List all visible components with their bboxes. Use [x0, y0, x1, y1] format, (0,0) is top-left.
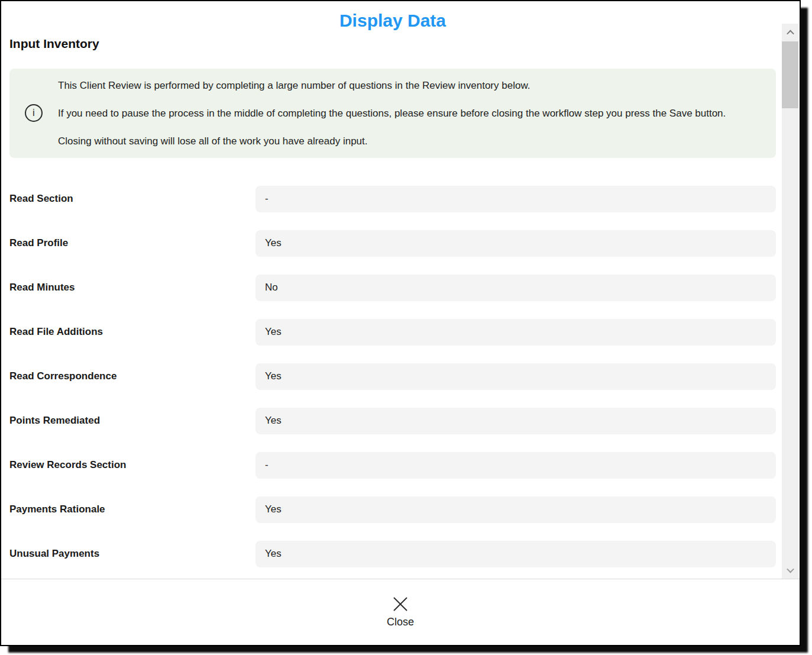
field-value: Yes — [255, 408, 776, 434]
field-row: Unusual Payments Yes — [9, 541, 776, 567]
field-value: - — [255, 186, 776, 212]
chevron-down-icon — [787, 565, 794, 573]
field-label: Unusual Payments — [9, 548, 255, 560]
field-row: Read Section - — [9, 186, 776, 212]
field-value: Yes — [255, 363, 776, 390]
field-list: Read Section - Read Profile Yes Read Min… — [9, 186, 776, 567]
field-value: Yes — [255, 230, 776, 257]
field-row: Read Profile Yes — [9, 230, 776, 257]
field-value: - — [255, 452, 776, 479]
modal-content: Display Data Input Inventory i This Clie… — [1, 9, 784, 567]
vertical-scrollbar[interactable] — [782, 24, 798, 579]
field-row: Payments Rationale Yes — [9, 496, 776, 523]
modal-scroll-area: Display Data Input Inventory i This Clie… — [1, 1, 800, 579]
scroll-up-button[interactable] — [782, 24, 798, 41]
field-label: Read Profile — [9, 237, 255, 249]
field-value: Yes — [255, 319, 776, 346]
info-callout: i This Client Review is performed by com… — [9, 69, 776, 158]
info-paragraph: If you need to pause the process in the … — [58, 107, 762, 120]
info-paragraph: Closing without saving will lose all of … — [58, 134, 762, 148]
field-label: Read Correspondence — [9, 370, 255, 382]
info-paragraph: This Client Review is performed by compl… — [58, 79, 762, 92]
page-title: Display Data — [9, 9, 776, 32]
close-button[interactable]: Close — [381, 593, 420, 631]
field-label: Read Minutes — [9, 282, 255, 293]
scroll-down-button[interactable] — [782, 561, 798, 579]
field-label: Read File Additions — [9, 326, 255, 338]
field-row: Review Records Section - — [9, 452, 776, 479]
scrollbar-thumb[interactable] — [782, 41, 798, 108]
field-row: Read Minutes No — [9, 275, 776, 301]
info-circle-icon: i — [25, 104, 43, 122]
field-value: Yes — [255, 496, 776, 523]
x-icon — [392, 595, 409, 613]
chevron-up-icon — [787, 30, 794, 37]
field-label: Payments Rationale — [9, 504, 255, 515]
field-row: Read Correspondence Yes — [9, 363, 776, 390]
info-text: This Client Review is performed by compl… — [58, 79, 762, 148]
field-value: Yes — [255, 541, 776, 567]
field-label: Review Records Section — [9, 459, 255, 471]
field-row: Points Remediated Yes — [9, 408, 776, 434]
field-label: Read Section — [9, 193, 255, 205]
modal-footer: Close — [1, 579, 800, 645]
display-data-modal: Display Data Input Inventory i This Clie… — [0, 0, 801, 646]
field-label: Points Remediated — [9, 415, 255, 427]
section-heading: Input Inventory — [9, 36, 776, 51]
field-value: No — [255, 275, 776, 301]
field-row: Read File Additions Yes — [9, 319, 776, 346]
close-button-label: Close — [387, 616, 414, 629]
